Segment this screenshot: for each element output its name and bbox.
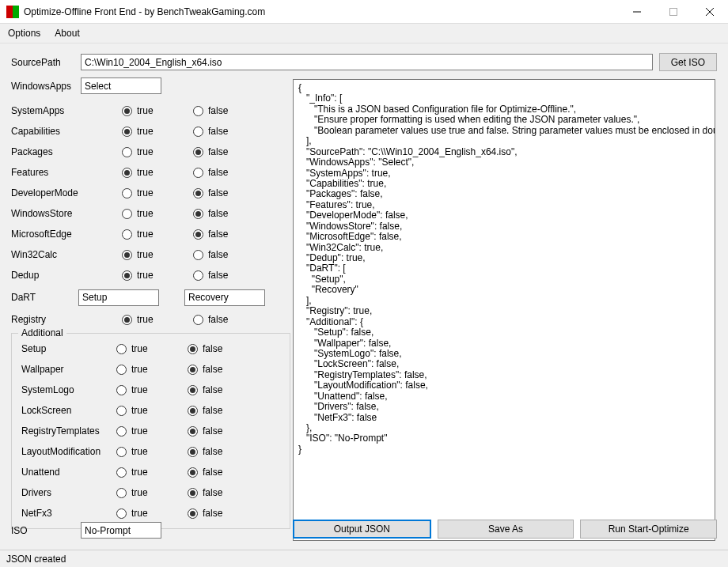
additional-drivers-label: Drivers — [18, 487, 116, 498]
additional-systemlogo-label: SystemLogo — [18, 384, 116, 395]
titlebar: Optimize-Offline Front End - by BenchTwe… — [0, 0, 728, 24]
close-button[interactable] — [692, 0, 728, 24]
minimize-button[interactable] — [619, 0, 655, 24]
menubar: Options About — [0, 24, 728, 43]
additional-netfx3-label: NetFx3 — [18, 508, 116, 519]
capabilities-radio-false[interactable] — [193, 127, 203, 137]
microsoftedge-radio-false[interactable] — [193, 229, 203, 240]
window-title: Optimize-Offline Front End - by BenchTwe… — [24, 6, 619, 17]
additional-lockscreen-radio-true[interactable] — [116, 406, 127, 416]
win32calc-label: Win32Calc — [11, 249, 122, 260]
windowsstore-radio-false[interactable] — [193, 209, 203, 219]
developermode-radio-false[interactable] — [193, 188, 203, 198]
additional-systemlogo-radio-false[interactable] — [188, 385, 198, 395]
sourcepath-input[interactable] — [81, 54, 653, 70]
developermode-label: DeveloperMode — [11, 187, 122, 198]
win32calc-radio-true[interactable] — [122, 250, 132, 260]
capabilities-radio-true[interactable] — [122, 127, 132, 137]
additional-fieldset: Additional SetuptruefalseWallpapertruefa… — [11, 333, 290, 529]
developermode-radio-true[interactable] — [122, 188, 132, 198]
additional-unattend-radio-true[interactable] — [116, 467, 127, 478]
statusbar: JSON created — [0, 550, 728, 567]
additional-drivers-radio-false[interactable] — [188, 488, 198, 498]
dart-label: DaRT — [11, 292, 78, 303]
additional-systemlogo-radio-true[interactable] — [116, 385, 127, 395]
output-json-button[interactable]: Output JSON — [293, 520, 431, 539]
additional-netfx3-radio-true[interactable] — [116, 508, 127, 519]
sourcepath-label: SourcePath — [11, 57, 81, 68]
additional-lockscreen-label: LockScreen — [18, 405, 116, 416]
registry-radio-true[interactable] — [122, 315, 132, 325]
svg-rect-1 — [670, 9, 677, 16]
additional-wallpaper-radio-true[interactable] — [116, 365, 127, 375]
maximize-button[interactable] — [655, 0, 692, 24]
systemapps-radio-true[interactable] — [122, 106, 132, 116]
additional-setup-radio-false[interactable] — [188, 344, 198, 354]
windowsapps-label: WindowsApps — [11, 81, 81, 92]
additional-setup-label: Setup — [18, 343, 116, 354]
iso-input[interactable] — [81, 522, 161, 539]
packages-radio-true[interactable] — [122, 147, 132, 157]
json-preview[interactable]: { "_Info": [ "This is a JSON based Confi… — [293, 79, 715, 541]
save-as-button[interactable]: Save As — [438, 520, 574, 539]
features-radio-false[interactable] — [193, 168, 203, 178]
run-start-optimize-button[interactable]: Run Start-Optimize — [580, 520, 717, 539]
additional-wallpaper-radio-false[interactable] — [188, 365, 198, 375]
packages-label: Packages — [11, 146, 122, 157]
additional-lockscreen-radio-false[interactable] — [188, 406, 198, 416]
additional-wallpaper-label: Wallpaper — [18, 364, 116, 375]
windowsstore-label: WindowsStore — [11, 208, 122, 219]
windowsstore-radio-true[interactable] — [122, 209, 132, 219]
additional-layoutmodification-radio-false[interactable] — [188, 447, 198, 457]
additional-netfx3-radio-false[interactable] — [188, 508, 198, 519]
additional-registrytemplates-radio-false[interactable] — [188, 426, 198, 437]
features-radio-true[interactable] — [122, 168, 132, 178]
additional-unattend-radio-false[interactable] — [188, 467, 198, 478]
app-icon — [6, 6, 19, 18]
additional-unattend-label: Unattend — [18, 467, 116, 478]
menu-options[interactable]: Options — [8, 28, 40, 39]
dart-input-1[interactable] — [78, 289, 159, 306]
additional-setup-radio-true[interactable] — [116, 344, 127, 354]
systemapps-label: SystemApps — [11, 105, 122, 116]
registry-radio-false[interactable] — [193, 315, 203, 325]
microsoftedge-label: MicrosoftEdge — [11, 229, 122, 240]
status-text: JSON created — [6, 554, 66, 565]
registry-label: Registry — [11, 314, 122, 325]
additional-layoutmodification-label: LayoutModification — [18, 446, 116, 457]
windowsapps-input[interactable] — [81, 77, 161, 94]
menu-about[interactable]: About — [55, 28, 79, 39]
additional-legend: Additional — [18, 327, 66, 338]
dedup-label: Dedup — [11, 270, 122, 281]
packages-radio-false[interactable] — [193, 147, 203, 157]
additional-registrytemplates-radio-true[interactable] — [116, 426, 127, 437]
get-iso-button[interactable]: Get ISO — [659, 53, 717, 71]
features-label: Features — [11, 167, 122, 178]
additional-drivers-radio-true[interactable] — [116, 488, 127, 498]
win32calc-radio-false[interactable] — [193, 250, 203, 260]
capabilities-label: Capabilities — [11, 126, 122, 137]
microsoftedge-radio-true[interactable] — [122, 229, 132, 240]
iso-label: ISO — [11, 525, 81, 536]
systemapps-radio-false[interactable] — [193, 106, 203, 116]
additional-registrytemplates-label: RegistryTemplates — [18, 425, 116, 437]
additional-layoutmodification-radio-true[interactable] — [116, 447, 127, 457]
dedup-radio-true[interactable] — [122, 270, 132, 281]
dart-input-2[interactable] — [184, 289, 265, 306]
dedup-radio-false[interactable] — [193, 270, 203, 281]
